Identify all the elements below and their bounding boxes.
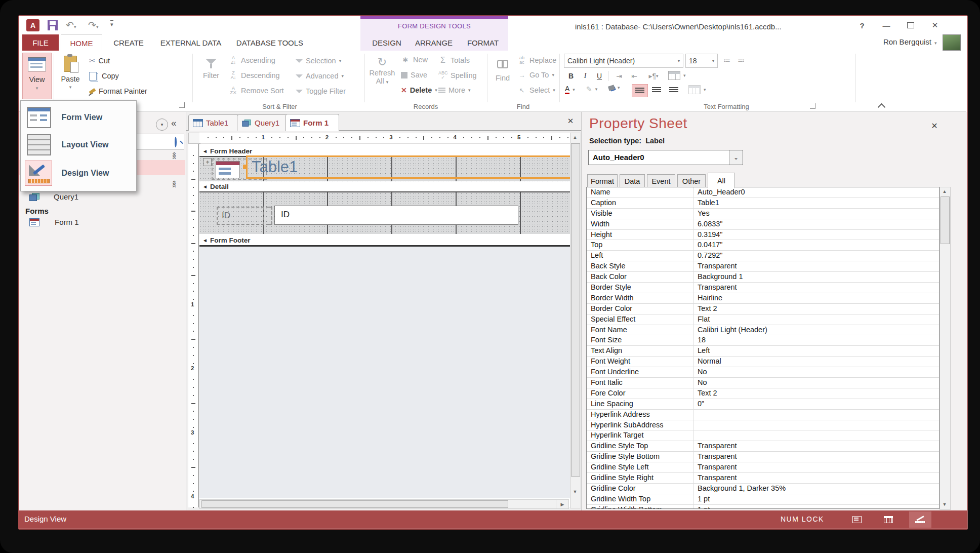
advanced-button[interactable]: Advanced ▾ (296, 72, 344, 80)
property-row[interactable]: Border WidthHairline (587, 293, 939, 304)
underline-button[interactable]: U (593, 70, 605, 82)
save-record-button[interactable]: Save (401, 71, 427, 79)
queries-collapse-icon[interactable]: »» (169, 181, 178, 188)
move-handle-icon[interactable]: ✛ (203, 158, 212, 166)
fill-color-button[interactable]: ▾ (608, 85, 620, 90)
property-row[interactable]: Back ColorBackground 1 (587, 272, 939, 283)
scroll-right-icon[interactable]: ▶ (556, 499, 569, 509)
property-value[interactable]: Background 1 (693, 272, 939, 282)
property-value[interactable]: Table1 (693, 198, 939, 208)
ps-scroll-down-icon[interactable]: ▼ (940, 500, 949, 508)
property-row[interactable]: Gridline Width Bottom1 pt (587, 505, 939, 509)
view-button[interactable]: View ▾ (22, 53, 52, 99)
selection-handle[interactable] (243, 165, 248, 169)
more-button[interactable]: More ▾ (438, 86, 471, 94)
property-value[interactable] (693, 420, 939, 430)
property-value[interactable]: Transparent (693, 462, 939, 472)
account-caret-icon[interactable]: ▾ (934, 41, 937, 46)
ps-tab-all[interactable]: All (708, 173, 735, 188)
account-name[interactable]: Ron Bergquist (855, 37, 931, 46)
font-name-combo[interactable]: Calibri Light (Header) ▾ (564, 54, 683, 68)
replace-button[interactable]: abac Replace (517, 56, 556, 65)
goto-button[interactable]: → Go To ▾ (517, 71, 554, 79)
property-row[interactable]: Special EffectFlat (587, 314, 939, 325)
scroll-up-icon[interactable]: ▲ (570, 133, 580, 141)
form-image-control[interactable] (216, 161, 240, 178)
undo-icon[interactable]: ↶▾ (66, 19, 76, 31)
property-value[interactable]: No (693, 367, 939, 377)
new-record-button[interactable]: ✱ New (401, 56, 428, 64)
account-avatar[interactable] (943, 34, 961, 51)
tab-design[interactable]: DESIGN (368, 34, 406, 51)
property-value[interactable]: Auto_Header0 (693, 187, 939, 198)
save-icon[interactable] (48, 20, 58, 30)
selection-button[interactable]: Selection ▾ (296, 57, 341, 65)
property-value[interactable]: 1 pt (693, 505, 939, 509)
font-size-combo[interactable]: 18 ▾ (685, 54, 718, 68)
gridlines-button[interactable]: ▾ (668, 71, 686, 80)
bold-button[interactable]: B (565, 70, 577, 82)
nav-item-query1[interactable]: Query1 (29, 192, 78, 201)
tab-database-tools[interactable]: DATABASE TOOLS (230, 34, 310, 51)
tab-file[interactable]: FILE (22, 34, 59, 51)
highlight-button[interactable]: ✎ ▾ (586, 85, 597, 93)
nav-section-forms[interactable]: Forms (25, 207, 49, 215)
qat-customize-icon[interactable]: ▾ (110, 20, 113, 28)
totals-button[interactable]: Σ Totals (438, 56, 470, 65)
id-textbox-control[interactable]: ID (274, 206, 518, 225)
font-color-button[interactable]: A ▾ (565, 85, 575, 94)
refresh-all-button[interactable]: ↻ Refresh All ▾ (369, 54, 396, 98)
property-value[interactable] (693, 410, 939, 420)
property-value[interactable]: Normal (693, 357, 939, 367)
scroll-down-icon[interactable]: ▼ (570, 488, 580, 496)
delete-button[interactable]: ✕ Delete ▾ (401, 86, 437, 94)
vertical-scrollbar-thumb[interactable] (571, 143, 580, 477)
spelling-button[interactable]: ABC✓ Spelling (438, 71, 477, 80)
property-value[interactable]: Yes (693, 209, 939, 219)
detail-section-bar[interactable]: ◄ Detail (199, 181, 580, 192)
datasheet-formatting-button[interactable]: ▾ (688, 85, 706, 94)
toggle-filter-button[interactable]: Toggle Filter (296, 87, 346, 95)
status-layout-view-button[interactable] (880, 512, 897, 527)
property-value[interactable]: 0.7292" (693, 251, 939, 261)
property-value[interactable]: Transparent (693, 283, 939, 293)
doc-close-icon[interactable]: ✕ (565, 115, 576, 127)
property-value[interactable]: Transparent (693, 452, 939, 462)
property-row[interactable]: Text AlignLeft (587, 346, 939, 357)
header-label-selected[interactable]: Table1 (246, 155, 577, 179)
tab-create[interactable]: CREATE (105, 34, 152, 51)
status-form-view-button[interactable] (848, 512, 866, 527)
property-row[interactable]: Font Size18 (587, 335, 939, 346)
close-button[interactable]: ✕ (926, 19, 944, 31)
find-button[interactable]: Find (490, 54, 515, 98)
align-right-button[interactable] (666, 84, 681, 96)
property-row[interactable]: CaptionTable1 (587, 198, 939, 209)
ps-scrollbar-thumb[interactable] (941, 196, 950, 244)
align-center-button[interactable] (649, 84, 664, 96)
property-row[interactable]: Gridline Style BottomTransparent (587, 452, 939, 462)
property-value[interactable]: 0" (693, 399, 939, 409)
status-design-view-button[interactable] (909, 511, 931, 528)
doc-tab-table1[interactable]: Table1 (188, 114, 240, 131)
format-painter-button[interactable]: Format Painter (89, 85, 147, 97)
descending-button[interactable]: ZA↓ Descending (229, 71, 280, 80)
tables-collapse-icon[interactable]: »» (169, 153, 178, 160)
property-row[interactable]: Back StyleTransparent (587, 261, 939, 272)
vertical-scrollbar[interactable]: ▲ ▼ (570, 133, 581, 508)
property-row[interactable]: Font UnderlineNo (587, 367, 939, 378)
paste-button[interactable]: Paste ▾ (57, 53, 84, 99)
property-value[interactable]: Hairline (693, 293, 939, 303)
tab-external-data[interactable]: EXTERNAL DATA (154, 34, 228, 51)
property-row[interactable]: Font WeightNormal (587, 357, 939, 367)
property-row[interactable]: Font ItalicNo (587, 378, 939, 388)
ps-tab-event[interactable]: Event (647, 174, 675, 188)
property-value[interactable]: Calibri Light (Header) (693, 325, 939, 335)
property-value[interactable]: Transparent (693, 261, 939, 271)
property-value[interactable]: 0.0417" (693, 240, 939, 250)
property-value[interactable]: 6.0833" (693, 219, 939, 229)
property-row[interactable]: Line Spacing0" (587, 399, 939, 410)
ps-tab-other[interactable]: Other (677, 174, 706, 188)
horizontal-scrollbar-thumb[interactable] (201, 500, 508, 508)
copy-button[interactable]: Copy (89, 70, 119, 82)
menu-item-layout-view[interactable]: Layout View (27, 134, 109, 155)
